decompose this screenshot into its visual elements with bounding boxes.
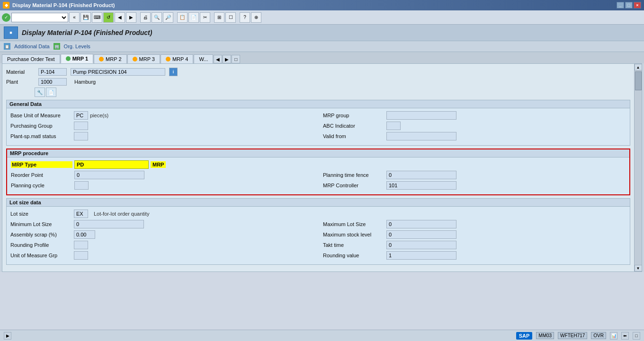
find2-btn[interactable]: 🔎 xyxy=(163,12,173,23)
nav-prev[interactable]: ◀ xyxy=(115,12,125,23)
sysmenu-btn[interactable]: ⊕ xyxy=(251,12,261,23)
valid-from-field[interactable] xyxy=(386,132,456,140)
purchasing-group-field[interactable] xyxy=(74,122,88,130)
mrp-controller-field[interactable] xyxy=(386,181,456,190)
assembly-scrap-field[interactable] xyxy=(74,230,95,239)
find-btn[interactable]: 🔍 xyxy=(152,12,162,23)
rounding-profile-label: Rounding Profile xyxy=(10,242,72,248)
lot-size-label: Lot size xyxy=(10,211,72,217)
additional-data-link[interactable]: Additional Data xyxy=(14,44,50,49)
icon-btn-2[interactable]: 📄 xyxy=(46,87,56,97)
sap-logo: SAP xyxy=(516,332,533,340)
mrp-procedure-title: MRP procedure xyxy=(7,149,629,157)
scroll-up-btn[interactable]: ▲ xyxy=(635,64,642,70)
close-btn[interactable]: × xyxy=(634,2,641,9)
cut-btn[interactable]: ✂ xyxy=(200,12,210,23)
copy-btn[interactable]: 📋 xyxy=(177,12,188,23)
reorder-point-label: Reorder Point xyxy=(11,172,72,178)
purchasing-group-row: Purchasing Group xyxy=(10,122,313,130)
material-info-btn[interactable]: i xyxy=(169,68,178,76)
icon-btn-row: 🔧 📄 xyxy=(35,87,630,97)
arrange-btn[interactable]: ⊞ xyxy=(214,12,224,23)
mrp-type-value: MRP xyxy=(151,161,166,168)
mrp-controller-label: MRP Controller xyxy=(323,183,385,188)
mrp-group-row: MRP group xyxy=(323,111,626,120)
rounding-profile-row: Rounding Profile xyxy=(10,241,313,249)
rounding-profile-field[interactable] xyxy=(74,241,88,249)
local-btn[interactable]: ☐ xyxy=(225,12,236,23)
status-btn2[interactable]: ⬅ xyxy=(621,332,629,340)
min-lot-size-field[interactable] xyxy=(74,220,144,228)
command-field[interactable] xyxy=(11,13,68,22)
tab-mrp2[interactable]: MRP 2 xyxy=(94,54,126,63)
plant-row: Plant 1000 Hamburg xyxy=(6,78,630,86)
tab-mrp3[interactable]: MRP 3 xyxy=(127,54,160,63)
refresh-btn[interactable]: ↺ xyxy=(103,12,114,23)
scroll-down-btn[interactable]: ▼ xyxy=(635,265,642,271)
planning-cycle-field[interactable] xyxy=(74,181,89,190)
unit-measure-grp-row: Unit of Measure Grp xyxy=(10,251,313,260)
material-row: Material P-104 Pump PRECISION 104 i xyxy=(6,68,630,76)
org-levels-link[interactable]: Org. Levels xyxy=(64,44,90,49)
mrp-procedure-section: MRP procedure MRP Type MRP Reorder Point xyxy=(6,149,630,195)
scrollbar-thumb[interactable] xyxy=(635,71,642,90)
nav-next[interactable]: ▶ xyxy=(126,12,136,23)
reorder-point-field[interactable] xyxy=(74,171,144,179)
org-levels-icon: 🏢 xyxy=(54,43,60,50)
page-header: ■ Display Material P-104 (Finished Produ… xyxy=(0,25,644,41)
back-btn[interactable]: « xyxy=(69,12,80,23)
mrp-group-label: MRP group xyxy=(323,113,385,118)
status-nav-btn[interactable]: ▶ xyxy=(4,332,11,340)
tab-maximize-btn[interactable]: □ xyxy=(232,55,240,63)
minimize-btn[interactable]: _ xyxy=(617,2,624,9)
plant-status-field[interactable] xyxy=(74,132,88,140)
icon-btn-1[interactable]: 🔧 xyxy=(35,87,45,97)
status-btn1[interactable]: 📊 xyxy=(610,332,617,340)
maximize-btn[interactable]: □ xyxy=(625,2,633,9)
takt-time-field[interactable] xyxy=(386,241,456,249)
tab-next-btn[interactable]: ▶ xyxy=(223,55,231,63)
material-label: Material xyxy=(6,69,35,75)
unit-measure-grp-label: Unit of Measure Grp xyxy=(10,253,72,258)
plant-status-row: Plant-sp.matl status xyxy=(10,132,313,140)
max-lot-size-row: Maximum Lot Size xyxy=(323,220,626,228)
tab-prev-btn[interactable]: ◀ xyxy=(214,55,222,63)
abc-indicator-field[interactable] xyxy=(386,122,401,130)
min-lot-size-label: Minimum Lot Size xyxy=(10,221,72,227)
mrp-group-field[interactable] xyxy=(386,111,456,120)
tab-mrp1[interactable]: MRP 1 xyxy=(61,54,93,63)
save-btn[interactable]: 💾 xyxy=(80,12,91,23)
base-unit-field[interactable] xyxy=(74,111,88,120)
print-btn[interactable]: 🖨 xyxy=(140,12,151,23)
tab-mrp1-dot xyxy=(66,56,71,61)
tab-w[interactable]: W... xyxy=(194,54,213,63)
toolbar: ✓ « 💾 ⌨ ↺ ◀ ▶ 🖨 🔍 🔎 📋 📄 ✂ ⊞ ☐ ? ⊕ xyxy=(0,10,644,25)
max-stock-level-label: Maximum stock level xyxy=(323,232,385,237)
help-btn[interactable]: ? xyxy=(240,12,250,23)
scrollbar[interactable]: ▲ ▼ xyxy=(634,64,642,271)
lot-size-field[interactable] xyxy=(74,210,88,218)
valid-from-row: Valid from xyxy=(323,132,626,140)
max-lot-size-field[interactable] xyxy=(386,220,456,228)
app-icon: ◆ xyxy=(3,2,9,9)
lot-size-section: Lot size data Lot size Lot-for-lot order… xyxy=(6,198,630,265)
tabs-container: Purchase Order Text MRP 1 MRP 2 MRP 3 MR… xyxy=(0,52,644,63)
tab-label: Purchase Order Text xyxy=(7,56,55,62)
plant-status-label: Plant-sp.matl status xyxy=(10,133,72,139)
planning-cycle-row: Planning cycle xyxy=(11,181,313,190)
page-title: Display Material P-104 (Finished Product… xyxy=(22,29,152,36)
mrp-type-code[interactable] xyxy=(74,160,149,169)
status-btn3[interactable]: □ xyxy=(633,332,640,340)
abc-indicator-label: ABC Indicator xyxy=(323,123,385,129)
planning-time-fence-field[interactable] xyxy=(386,171,456,179)
tab-mrp4[interactable]: MRP 4 xyxy=(161,54,193,63)
rounding-value-field[interactable] xyxy=(386,251,456,260)
title-bar: ◆ Display Material P-104 (Finished Produ… xyxy=(0,0,644,10)
max-stock-level-field[interactable] xyxy=(386,230,456,239)
shortcut-btn[interactable]: ⌨ xyxy=(92,12,102,23)
paste-btn[interactable]: 📄 xyxy=(188,12,199,23)
unit-measure-grp-field[interactable] xyxy=(74,251,88,260)
base-unit-unit: piece(s) xyxy=(90,113,108,118)
tab-purchase-order-text[interactable]: Purchase Order Text xyxy=(2,54,60,63)
reorder-point-row: Reorder Point xyxy=(11,171,313,179)
